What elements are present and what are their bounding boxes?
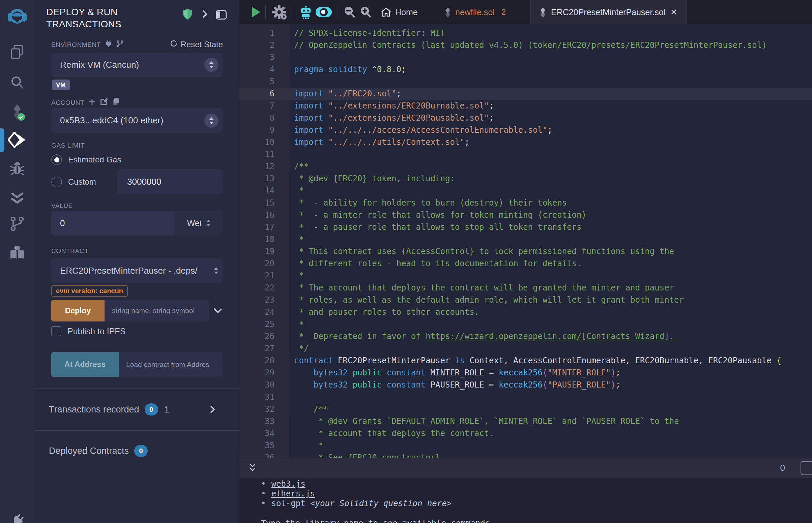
contract-select[interactable]: ERC20PresetMinterPauser - .deps/ <box>51 258 223 283</box>
code-text: * roles, as well as the default admin ro… <box>290 294 812 306</box>
code-line[interactable]: 25 * <box>240 318 812 330</box>
code-line[interactable]: 36 * See {ERC20-constructor}. <box>240 452 812 458</box>
code-line[interactable]: 2// OpenZeppelin Contracts (last updated… <box>240 39 812 51</box>
plug-icon[interactable] <box>105 40 112 49</box>
code-line[interactable]: 27 */ <box>240 342 812 355</box>
zoom-out-icon[interactable] <box>343 6 356 20</box>
run-settings-gear-icon[interactable] <box>272 5 287 21</box>
account-select[interactable]: 0x5B3...eddC4 (100 ether) <box>51 108 223 133</box>
code-line[interactable]: 21 * <box>240 270 812 282</box>
copy-account-icon[interactable] <box>112 98 119 108</box>
unit-testing-icon[interactable] <box>0 191 34 205</box>
code-text: * account that deploys the contract. <box>290 427 812 439</box>
tab-newfile[interactable]: newfile.sol 2 <box>444 0 506 24</box>
code-line[interactable]: 35 * <box>240 439 812 452</box>
deploy-button[interactable]: Deploy <box>51 300 105 322</box>
environment-label: ENVIRONMENT <box>51 41 101 49</box>
transactions-recorded-row[interactable]: Transactions recorded 0 i <box>34 389 240 430</box>
at-address-input[interactable]: Load contract from Addres <box>119 352 223 377</box>
code-editor[interactable]: 1// SPDX-License-Identifier: MIT2// Open… <box>240 24 812 458</box>
git-icon[interactable] <box>0 216 34 232</box>
at-address-button[interactable]: At Address <box>51 352 119 377</box>
edit-account-icon[interactable] <box>100 98 108 108</box>
code-line[interactable]: 14 * <box>240 185 812 197</box>
custom-gas-input[interactable]: 3000000 <box>117 169 223 195</box>
code-line[interactable]: 31 <box>240 391 812 403</box>
value-unit-select[interactable]: Wei <box>175 211 223 236</box>
zoom-in-icon[interactable] <box>359 6 372 20</box>
code-line[interactable]: 30 bytes32 public constant PAUSER_ROLE =… <box>240 379 812 391</box>
code-line[interactable]: 33 * @dev Grants `DEFAULT_ADMIN_ROLE`, `… <box>240 415 812 427</box>
code-line[interactable]: 24 * and pauser roles to other accounts. <box>240 306 812 318</box>
code-line[interactable]: 15 * - ability for holders to burn (dest… <box>240 197 812 209</box>
collapse-terminal-icon[interactable] <box>248 464 258 472</box>
code-line[interactable]: 4pragma solidity ^0.8.0; <box>240 64 812 75</box>
run-script-icon[interactable] <box>252 7 260 17</box>
file-explorer-icon[interactable] <box>0 44 34 60</box>
code-line[interactable]: 19 * This contract uses {AccessControl} … <box>240 245 812 257</box>
code-line[interactable]: 5 <box>240 75 812 88</box>
terminal-output[interactable]: •web3.js•ethers.js•sol-gpt <your Solidit… <box>240 478 812 523</box>
shield-icon[interactable] <box>183 9 192 21</box>
code-line[interactable]: 16 * - a minter role that allows for tok… <box>240 209 812 221</box>
value-input[interactable]: 0 <box>51 211 175 236</box>
terminal-list-item[interactable]: •ethers.js <box>261 489 812 499</box>
split-panel-icon[interactable] <box>216 10 227 21</box>
code-line[interactable]: 20 * different roles - head to its docum… <box>240 257 812 270</box>
line-number: 26 <box>240 330 290 342</box>
code-line[interactable]: 7import "../extensions/ERC20Burnable.sol… <box>240 100 812 112</box>
line-number: 21 <box>240 270 290 282</box>
code-line[interactable]: 10import "../../../utils/Context.sol"; <box>240 136 812 148</box>
plugin-plug-icon[interactable] <box>0 513 34 523</box>
code-line[interactable]: 22 * The account that deploys the contra… <box>240 282 812 294</box>
code-line[interactable]: 32 /** <box>240 403 812 415</box>
add-account-icon[interactable] <box>88 98 96 107</box>
code-text: // SPDX-License-Identifier: MIT <box>290 27 812 39</box>
panel-title: DEPLOY & RUN TRANSACTIONS <box>46 6 154 30</box>
code-line[interactable]: 9import "../../../access/AccessControlEn… <box>240 124 812 136</box>
code-line[interactable]: 28contract ERC20PresetMinterPauser is Co… <box>240 355 812 367</box>
deploy-args-input[interactable]: string name, string symbol <box>105 300 209 322</box>
code-line[interactable]: 13 * @dev {ERC20} token, including: <box>240 173 812 185</box>
info-icon[interactable]: i <box>164 404 170 414</box>
publish-ipfs-checkbox[interactable] <box>51 326 61 336</box>
code-line[interactable]: 26 * _Deprecated in favor of https://wiz… <box>240 330 812 342</box>
environment-select[interactable]: Remix VM (Cancun) <box>51 53 223 77</box>
line-number: 30 <box>240 379 290 391</box>
pin-panel-chevron-icon[interactable] <box>201 10 208 20</box>
tab-home[interactable]: Home <box>381 0 418 24</box>
tab-active-file[interactable]: ERC20PresetMinterPauser.sol ✕ <box>530 0 687 24</box>
terminal-bar[interactable]: 0 <box>240 458 812 478</box>
code-line[interactable]: 11 <box>240 148 812 160</box>
close-tab-icon[interactable]: ✕ <box>670 8 677 17</box>
deploy-run-icon[interactable] <box>0 132 34 148</box>
code-line[interactable]: 23 * roles, as well as the default admin… <box>240 294 812 306</box>
line-number: 27 <box>240 342 290 355</box>
code-line[interactable]: 34 * account that deploys the contract. <box>240 427 812 439</box>
solidity-compiler-icon[interactable] <box>0 104 34 121</box>
terminal-list-item[interactable]: •web3.js <box>261 479 812 489</box>
deploy-expand-chevron-icon[interactable] <box>213 307 223 314</box>
expand-transactions-chevron-icon[interactable] <box>210 405 215 414</box>
ai-copilot-toggle[interactable] <box>316 7 332 17</box>
reset-state-button[interactable]: Reset State <box>170 39 223 50</box>
debugger-icon[interactable] <box>0 161 34 177</box>
ai-assistant-robot-icon[interactable] <box>299 5 312 20</box>
search-icon[interactable] <box>0 74 34 90</box>
code-line[interactable]: 6import "../ERC20.sol"; <box>240 88 812 100</box>
code-line[interactable]: 12/** <box>240 160 812 173</box>
line-number: 36 <box>240 452 290 458</box>
custom-gas-radio[interactable] <box>51 177 62 187</box>
code-line[interactable]: 17 * - a pauser role that allows to stop… <box>240 221 812 233</box>
terminal-search-box[interactable] <box>800 461 812 475</box>
remix-logo-icon[interactable] <box>0 8 34 25</box>
code-line[interactable]: 3 <box>240 51 812 64</box>
account-value: 0x5B3...eddC4 (100 ether) <box>60 115 163 126</box>
code-line[interactable]: 8import "../extensions/ERC20Pausable.sol… <box>240 112 812 124</box>
code-line[interactable]: 29 bytes32 public constant MINTER_ROLE =… <box>240 367 812 379</box>
learneth-icon[interactable] <box>0 245 34 260</box>
code-line[interactable]: 1// SPDX-License-Identifier: MIT <box>240 27 812 39</box>
code-line[interactable]: 18 * <box>240 233 812 245</box>
fork-environment-icon[interactable] <box>116 40 124 49</box>
estimated-gas-radio[interactable] <box>51 154 62 165</box>
